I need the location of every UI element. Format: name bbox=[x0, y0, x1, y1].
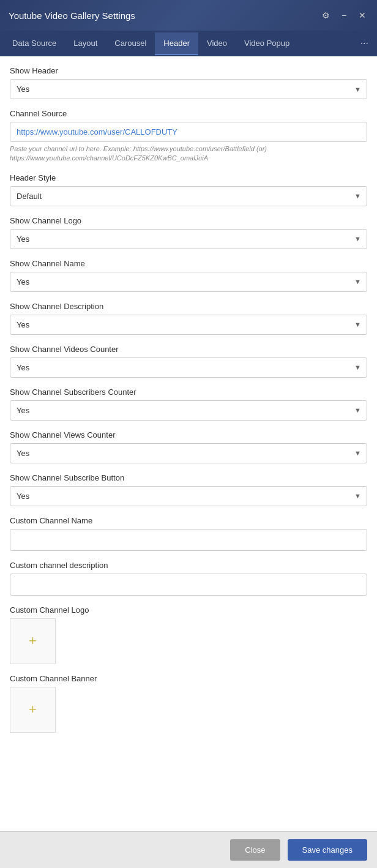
custom-channel-description-input[interactable] bbox=[10, 574, 367, 596]
show-channel-logo-label: Show Channel Logo bbox=[10, 216, 367, 225]
channel-source-hint: Paste your channel url to here. Example:… bbox=[10, 144, 367, 163]
show-channel-description-group: Show Channel Description Yes No ▼ bbox=[10, 302, 367, 335]
close-button[interactable]: Close bbox=[230, 839, 280, 861]
show-channel-logo-select-wrapper: Yes No ▼ bbox=[10, 229, 367, 249]
show-header-select-wrapper: Yes No ▼ bbox=[10, 79, 367, 99]
show-channel-subscribers-counter-select-wrapper: Yes No ▼ bbox=[10, 400, 367, 421]
title-bar-controls: ⚙ − ✕ bbox=[319, 10, 368, 20]
channel-source-group: Channel Source Paste your channel url to… bbox=[10, 109, 367, 163]
show-channel-name-group: Show Channel Name Yes No ▼ bbox=[10, 259, 367, 292]
show-channel-views-counter-group: Show Channel Views Counter Yes No ▼ bbox=[10, 430, 367, 463]
settings-icon[interactable]: ⚙ bbox=[319, 10, 332, 20]
header-style-select-wrapper: Default Style 1 Style 2 ▼ bbox=[10, 186, 367, 206]
show-channel-name-select-wrapper: Yes No ▼ bbox=[10, 272, 367, 292]
show-header-group: Show Header Yes No ▼ bbox=[10, 66, 367, 99]
show-channel-subscribers-counter-label: Show Channel Subscribers Counter bbox=[10, 387, 367, 397]
save-changes-button[interactable]: Save changes bbox=[288, 839, 367, 861]
custom-channel-logo-plus-icon: + bbox=[29, 634, 37, 648]
show-channel-subscribe-button-label: Show Channel Subscribe Button bbox=[10, 473, 367, 482]
show-channel-views-counter-select-wrapper: Yes No ▼ bbox=[10, 443, 367, 463]
show-channel-videos-counter-group: Show Channel Videos Counter Yes No ▼ bbox=[10, 345, 367, 378]
tab-header[interactable]: Header bbox=[155, 32, 198, 55]
show-channel-views-counter-label: Show Channel Views Counter bbox=[10, 430, 367, 440]
show-channel-videos-counter-select-wrapper: Yes No ▼ bbox=[10, 357, 367, 378]
custom-channel-banner-upload[interactable]: + bbox=[10, 687, 56, 733]
show-channel-logo-select[interactable]: Yes No bbox=[10, 229, 367, 249]
show-header-select[interactable]: Yes No bbox=[10, 79, 367, 99]
custom-channel-description-group: Custom channel description bbox=[10, 561, 367, 596]
minimize-icon[interactable]: − bbox=[338, 10, 350, 20]
show-channel-videos-counter-label: Show Channel Videos Counter bbox=[10, 345, 367, 354]
custom-channel-name-group: Custom Channel Name bbox=[10, 516, 367, 551]
custom-channel-name-input[interactable] bbox=[10, 529, 367, 551]
show-channel-name-label: Show Channel Name bbox=[10, 259, 367, 268]
tab-data-source[interactable]: Data Source bbox=[4, 32, 65, 55]
channel-source-label: Channel Source bbox=[10, 109, 367, 118]
custom-channel-banner-group: Custom Channel Banner + bbox=[10, 674, 367, 733]
custom-channel-banner-plus-icon: + bbox=[29, 703, 37, 716]
show-channel-views-counter-select[interactable]: Yes No bbox=[10, 443, 367, 463]
show-channel-subscribers-counter-select[interactable]: Yes No bbox=[10, 400, 367, 421]
header-style-select[interactable]: Default Style 1 Style 2 bbox=[10, 186, 367, 206]
show-channel-videos-counter-select[interactable]: Yes No bbox=[10, 357, 367, 378]
tab-carousel[interactable]: Carousel bbox=[106, 32, 155, 55]
custom-channel-description-label: Custom channel description bbox=[10, 561, 367, 570]
show-channel-subscribers-counter-group: Show Channel Subscribers Counter Yes No … bbox=[10, 387, 367, 421]
show-channel-description-select-wrapper: Yes No ▼ bbox=[10, 315, 367, 335]
show-channel-name-select[interactable]: Yes No bbox=[10, 272, 367, 292]
custom-channel-logo-group: Custom Channel Logo + bbox=[10, 605, 367, 664]
show-channel-logo-group: Show Channel Logo Yes No ▼ bbox=[10, 216, 367, 249]
header-style-label: Header Style bbox=[10, 173, 367, 182]
tab-bar: Data Source Layout Carousel Header Video… bbox=[0, 31, 377, 56]
show-channel-subscribe-button-group: Show Channel Subscribe Button Yes No ▼ bbox=[10, 473, 367, 506]
show-channel-description-label: Show Channel Description bbox=[10, 302, 367, 311]
header-style-group: Header Style Default Style 1 Style 2 ▼ bbox=[10, 173, 367, 206]
tab-layout[interactable]: Layout bbox=[65, 32, 106, 55]
custom-channel-logo-label: Custom Channel Logo bbox=[10, 605, 367, 615]
custom-channel-banner-label: Custom Channel Banner bbox=[10, 674, 367, 683]
window-title: Youtube Video Gallery Settings bbox=[9, 10, 135, 21]
channel-source-input[interactable] bbox=[10, 122, 367, 142]
show-header-label: Show Header bbox=[10, 66, 367, 75]
custom-channel-name-label: Custom Channel Name bbox=[10, 516, 367, 525]
custom-channel-logo-upload[interactable]: + bbox=[10, 618, 56, 664]
tab-more-button[interactable]: ··· bbox=[356, 32, 373, 55]
show-channel-subscribe-button-select[interactable]: Yes No bbox=[10, 486, 367, 506]
title-bar: Youtube Video Gallery Settings ⚙ − ✕ bbox=[0, 0, 377, 31]
tab-video-popup[interactable]: Video Popup bbox=[236, 32, 298, 55]
show-channel-subscribe-button-select-wrapper: Yes No ▼ bbox=[10, 486, 367, 506]
show-channel-description-select[interactable]: Yes No bbox=[10, 315, 367, 335]
close-icon[interactable]: ✕ bbox=[356, 10, 368, 20]
tab-video[interactable]: Video bbox=[198, 32, 236, 55]
settings-content: Show Header Yes No ▼ Channel Source Past… bbox=[0, 56, 377, 831]
footer: Close Save changes bbox=[0, 831, 377, 868]
